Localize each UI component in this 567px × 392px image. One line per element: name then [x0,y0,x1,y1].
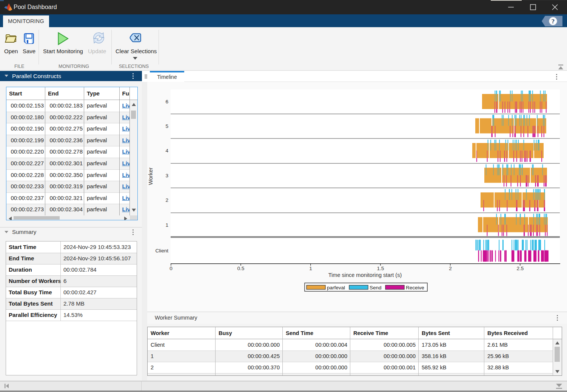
svg-text:1: 1 [165,222,168,228]
svg-text:Client: Client [155,248,168,254]
svg-text:Time since monitoring start (s: Time since monitoring start (s) [328,272,402,278]
svg-text:4: 4 [165,148,168,154]
svg-text:5: 5 [165,123,168,129]
svg-text:Worker: Worker [148,168,154,185]
svg-text:2: 2 [449,266,452,271]
svg-text:2.5: 2.5 [517,266,524,271]
svg-text:2: 2 [165,197,168,203]
svg-text:parfeval: parfeval [327,285,345,291]
svg-text:1: 1 [309,266,312,271]
svg-text:0: 0 [169,266,173,271]
svg-text:Receive: Receive [406,285,424,291]
svg-text:1.5: 1.5 [377,266,384,271]
svg-text:?: ? [552,18,555,25]
svg-text:6: 6 [165,99,168,105]
svg-text:0.5: 0.5 [237,266,245,271]
svg-text:Send: Send [370,285,382,291]
svg-text:3: 3 [165,173,168,178]
